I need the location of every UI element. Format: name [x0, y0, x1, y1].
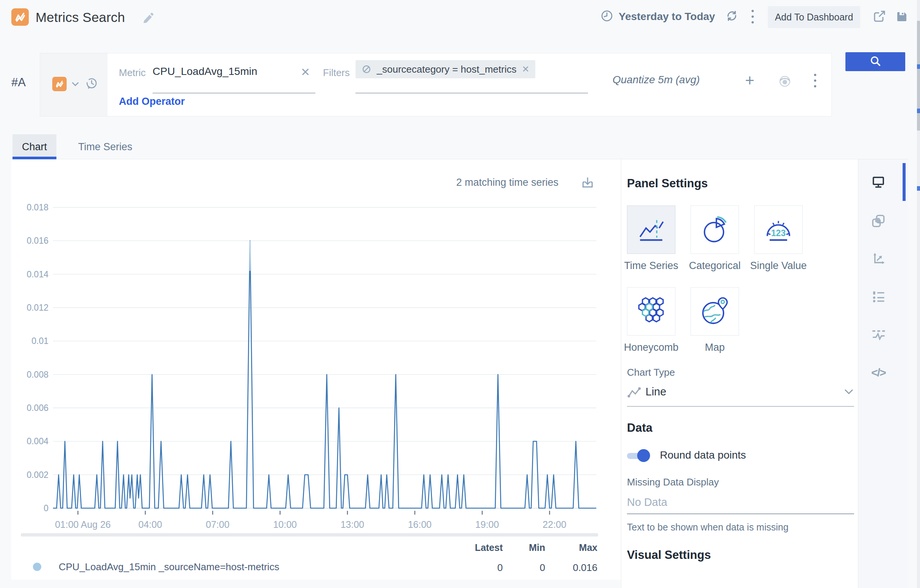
tile-label-map: Map [683, 342, 747, 354]
active-toolbar-indicator [902, 163, 905, 201]
missing-data-label: Missing Data Display [627, 477, 719, 488]
tile-label-honeycomb: Honeycomb [619, 342, 684, 354]
axes-icon[interactable] [870, 250, 887, 267]
tile-categorical[interactable] [690, 205, 739, 254]
panel-settings-heading: Panel Settings [627, 177, 708, 190]
tile-time-series[interactable] [627, 205, 675, 254]
filters-label: Filters [323, 67, 350, 79]
legend-scrollbar[interactable] [21, 533, 598, 536]
tile-honeycomb[interactable] [627, 287, 675, 336]
tile-label-single-value: Single Value [746, 260, 811, 272]
query-type-box[interactable] [40, 53, 107, 116]
time-range-picker[interactable]: Yesterday to Today [619, 11, 715, 23]
legend-header-min: Min [488, 542, 545, 553]
add-to-dashboard-button[interactable]: Add To Dashboard [768, 6, 860, 28]
no-entry-icon [361, 64, 371, 74]
svg-text:0.012: 0.012 [26, 303, 49, 313]
query-card: Metric CPU_LoadAvg_15min ✕ Filters _sour… [40, 53, 832, 116]
query-kebab-menu-icon[interactable] [814, 74, 816, 87]
scrollbar-mark [917, 186, 920, 191]
round-data-points-toggle-knob[interactable] [637, 449, 650, 462]
metrics-app-icon [11, 8, 29, 26]
visual-settings-heading: Visual Settings [627, 548, 711, 562]
export-icon[interactable] [871, 9, 887, 26]
chart-type-underline [627, 406, 854, 407]
active-tab-indicator [13, 157, 57, 159]
query-row-label: #A [11, 76, 26, 89]
remove-filter-icon[interactable]: ✕ [522, 64, 529, 74]
metric-label: Metric [119, 67, 146, 79]
quantize-label[interactable]: Quantize 5m (avg) [612, 74, 700, 86]
svg-text:01:00 Aug 26: 01:00 Aug 26 [55, 519, 110, 530]
svg-text:0.01: 0.01 [31, 336, 49, 346]
line-type-icon [627, 386, 642, 401]
missing-data-underline [627, 514, 854, 514]
clock-icon [601, 10, 613, 24]
history-clock-icon[interactable] [84, 76, 99, 93]
round-data-points-label: Round data points [660, 449, 746, 461]
scrollbar-mark [917, 108, 920, 113]
search-button[interactable] [845, 52, 905, 71]
add-query-row-icon[interactable]: + [745, 73, 755, 88]
missing-data-input[interactable]: No Data [627, 496, 667, 509]
svg-text:0.008: 0.008 [26, 370, 49, 380]
chart-type-label: Chart Type [627, 367, 675, 378]
svg-text:0.002: 0.002 [26, 470, 49, 480]
series-name[interactable]: CPU_LoadAvg_15min _sourceName=host-metri… [59, 561, 279, 573]
tab-time-series-label: Time Series [78, 141, 132, 153]
search-icon [868, 55, 883, 69]
monitor-icon[interactable] [870, 174, 887, 191]
tab-time-series[interactable]: Time Series [63, 134, 147, 159]
svg-text:10:00: 10:00 [273, 519, 297, 530]
list-icon[interactable] [870, 288, 887, 305]
svg-text:16:00: 16:00 [408, 519, 432, 530]
code-icon[interactable]: </> [870, 364, 887, 381]
tile-single-value[interactable]: 123 [754, 205, 803, 254]
svg-text:19:00: 19:00 [475, 519, 499, 530]
metric-input-underline [152, 93, 315, 94]
honeycomb-tile-icon [635, 296, 667, 327]
legend-header-max: Max [541, 542, 598, 553]
single-value-tile-icon: 123 [763, 214, 794, 246]
save-icon[interactable] [895, 10, 909, 25]
series-max-value: 0.016 [541, 562, 598, 573]
time-series-tile-icon [635, 214, 667, 246]
svg-text:0.006: 0.006 [26, 403, 49, 413]
categorical-tile-icon [699, 214, 731, 246]
metrics-type-icon [52, 77, 66, 91]
eye-icon[interactable] [777, 75, 793, 90]
svg-text:123: 123 [771, 228, 786, 238]
threshold-icon[interactable] [870, 326, 887, 343]
scrollbar-mark [917, 64, 920, 69]
scrollbar-thumb[interactable] [917, 21, 920, 131]
data-heading: Data [627, 421, 652, 435]
time-series-chart[interactable]: 00.0020.0040.0060.0080.010.0120.0140.016… [11, 159, 621, 541]
missing-data-helper: Text to be shown when data is missing [627, 522, 789, 533]
page-scrollbar[interactable] [917, 0, 920, 588]
add-operator-link[interactable]: Add Operator [119, 96, 185, 107]
svg-text:0: 0 [44, 503, 49, 513]
svg-text:22:00: 22:00 [543, 519, 566, 530]
tile-map[interactable] [690, 287, 739, 336]
svg-text:0.018: 0.018 [26, 202, 49, 212]
tab-chart[interactable]: Chart [13, 134, 57, 159]
filters-underline [355, 93, 588, 94]
chart-type-chevron-down-icon[interactable] [844, 389, 854, 396]
map-tile-icon [699, 296, 731, 327]
metric-input[interactable]: CPU_LoadAvg_15min [152, 65, 258, 78]
kebab-menu-icon[interactable] [752, 10, 754, 23]
svg-text:13:00: 13:00 [340, 519, 364, 530]
page-title: Metrics Search [36, 10, 125, 25]
svg-text:0.016: 0.016 [26, 236, 49, 246]
clear-metric-icon[interactable]: ✕ [301, 65, 310, 79]
filter-chip-text: _sourcecategory = host_metrics [377, 63, 517, 75]
refresh-icon[interactable] [725, 9, 739, 24]
tab-chart-label: Chart [22, 141, 47, 153]
edit-pencil-icon[interactable] [142, 11, 154, 26]
chart-type-select[interactable]: Line [646, 386, 666, 398]
series-min-value: 0 [488, 562, 545, 573]
chevron-down-icon[interactable] [71, 81, 79, 88]
filter-chip[interactable]: _sourcecategory = host_metrics ✕ [355, 60, 535, 78]
copy-panels-icon[interactable] [870, 213, 887, 229]
svg-text:04:00: 04:00 [139, 519, 162, 530]
